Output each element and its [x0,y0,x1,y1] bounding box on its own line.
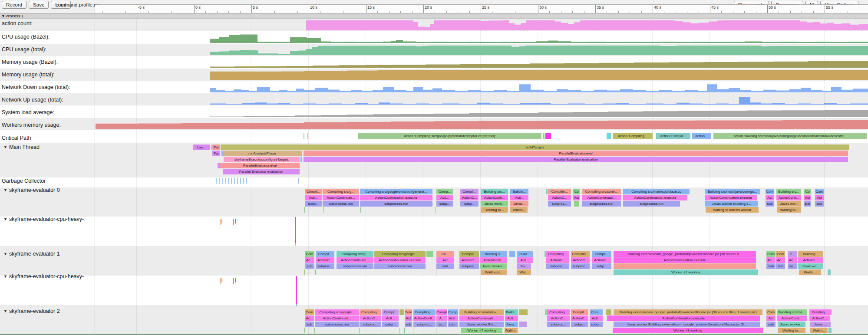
cpu-heavy-event-tick[interactable] [221,278,222,282]
cpu-heavy-event-tick[interactable] [233,278,234,284]
trace-event[interactable]: Compilin... [548,189,571,194]
trace-event[interactable]: Waitin... [810,328,828,333]
trace-event[interactable]: Javac work... [481,201,508,207]
trace-event[interactable]: Building src/main/jav... [459,309,504,315]
cpu-heavy-event-tick[interactable] [295,217,296,243]
trace-event[interactable]: Compil... [305,189,322,194]
trace-event[interactable]: ActionC... [459,257,479,263]
trace-event[interactable]: Com [776,251,785,257]
counter-chart-network-up-usage-total[interactable] [95,94,868,105]
trace-event[interactable]: Com [766,309,776,315]
trace-event[interactable]: Com... [590,309,603,315]
trace-event[interactable]: ActionConti... [777,315,807,321]
trace-event[interactable]: Act [815,195,824,200]
trace-event[interactable]: sub [804,201,811,207]
critical-path-event[interactable] [304,133,304,139]
trace-event[interactable]: sub [766,263,776,269]
trace-event[interactable]: Co... [436,251,454,257]
trace-event[interactable]: Jav... [517,263,531,269]
trace-event[interactable]: Building src/ma... [777,309,807,315]
main-thread-event[interactable]: Parallel Evaluator evaluation [223,169,300,174]
gc-event-tick[interactable] [228,178,229,184]
trace-event[interactable]: Acti... [517,257,533,263]
trace-event[interactable]: Waiting to... [481,269,507,275]
trace-event[interactable]: Building src/main/java/com/go... [705,189,760,194]
trace-event[interactable]: ActionConti... [480,257,507,263]
trace-event[interactable]: Compiling src/g... [323,189,359,194]
trace-event[interactable]: ActionC... [798,257,823,263]
trace-event[interactable]: Acti... [436,195,453,200]
trace-event[interactable]: Building src... [481,189,508,194]
trace-event[interactable]: subproc... [571,263,590,269]
trace-event[interactable]: Worker #7 working [461,328,502,333]
trace-event[interactable]: Act [766,195,774,200]
trace-event[interactable]: Building s... [480,251,507,257]
cpu-heavy-event-tick[interactable] [233,219,234,225]
trace-event[interactable]: Ac... [305,315,314,321]
collapse-arrow-icon[interactable]: ▼ [3,217,7,221]
trace-event[interactable]: Acti... [448,315,458,321]
trace-event[interactable]: subprocess.run [360,201,432,207]
track-label-skyframe-evaluator-0[interactable]: ▼skyframe-evaluator 0 [3,187,60,193]
trace-event[interactable]: ActionConti... [481,195,508,200]
trace-event[interactable]: Building external/com_google_protobuf/ja… [614,251,756,257]
trace-event[interactable]: Compil... [460,189,479,194]
trace-event[interactable]: ActionContinuati... [315,315,359,321]
trace-event[interactable]: Javac worker... [778,322,805,327]
trace-event[interactable]: Act [766,315,776,321]
trace-event[interactable]: subp... [460,201,479,207]
trace-event[interactable] [546,189,548,194]
trace-event[interactable]: Ac... [788,257,797,263]
trace-event[interactable]: ActionConti... [413,315,436,321]
trace-event[interactable]: Building ... [809,309,832,315]
trace-event[interactable]: Acti... [510,195,528,200]
trace-event[interactable]: sub [815,201,824,207]
trace-event[interactable] [606,309,611,315]
trace-event[interactable]: Compiling src/google/protobuf/generat... [360,189,432,194]
trace-event[interactable]: Javac ... [810,322,831,327]
trace-event[interactable]: subp... [592,263,611,269]
trace-event[interactable]: Build... [517,251,533,257]
trace-event[interactable]: Compil... [316,251,334,257]
track-label-skyframe-evaluator-2[interactable]: ▼skyframe-evaluator 2 [3,308,60,314]
trace-event[interactable]: Acti... [505,315,518,321]
trace-event[interactable]: subproc... [413,322,436,327]
trace-event[interactable]: Act [405,315,412,321]
trace-event[interactable]: Waitin... [799,269,821,275]
main-thread-event[interactable]: ParallelEvaluator.eval [220,163,300,168]
trace-event[interactable]: ActionC... [547,315,570,321]
trace-event[interactable]: Com [305,251,314,257]
trace-event[interactable]: subprocess.run [323,201,359,207]
trace-event[interactable]: subproc... [547,322,570,327]
gc-event-tick[interactable] [234,178,235,184]
trace-event[interactable]: subp... [436,201,453,207]
trace-event[interactable]: Worker #3 working [613,328,763,333]
trace-event[interactable]: Waiting to borrow worker [706,207,759,213]
timeline-canvas[interactable]: action 'Compiling src/google/protobuf/de… [0,19,868,335]
trace-event[interactable]: sub [766,322,776,327]
trace-event[interactable]: ActionC... [809,315,830,321]
trace-event[interactable]: Javac wo... [798,263,823,269]
critical-path-event[interactable] [307,133,308,139]
critical-path-event[interactable]: action 'Compili... [656,133,690,139]
cpu-heavy-event-tick[interactable] [235,278,236,282]
collapse-arrow-icon[interactable]: ▼ [3,309,7,313]
trace-event[interactable]: subproc... [546,263,569,269]
save-button[interactable]: Save [29,1,49,9]
trace-event[interactable]: ActionC... [592,257,611,263]
main-thread-event[interactable]: Parallel Evaluator evaluation [304,157,848,162]
trace-event[interactable]: ActionC... [548,195,571,200]
trace-event[interactable] [519,322,527,327]
trace-event[interactable]: Compil... [571,309,588,315]
trace-event[interactable]: ActionContinuati... [337,257,373,263]
trace-event[interactable]: C... [788,251,797,257]
trace-event[interactable]: Compiling ... [546,251,569,257]
trace-event[interactable]: Waitin... [505,328,518,333]
trace-event[interactable] [828,328,832,333]
trace-event[interactable]: su... [436,322,447,327]
trace-event[interactable]: Buildi... [505,309,518,315]
trace-event[interactable]: subprocess.run [623,201,680,207]
gc-event-tick[interactable] [246,178,247,184]
trace-event[interactable]: sub [305,322,314,327]
trace-event[interactable]: Javac... [510,201,528,207]
